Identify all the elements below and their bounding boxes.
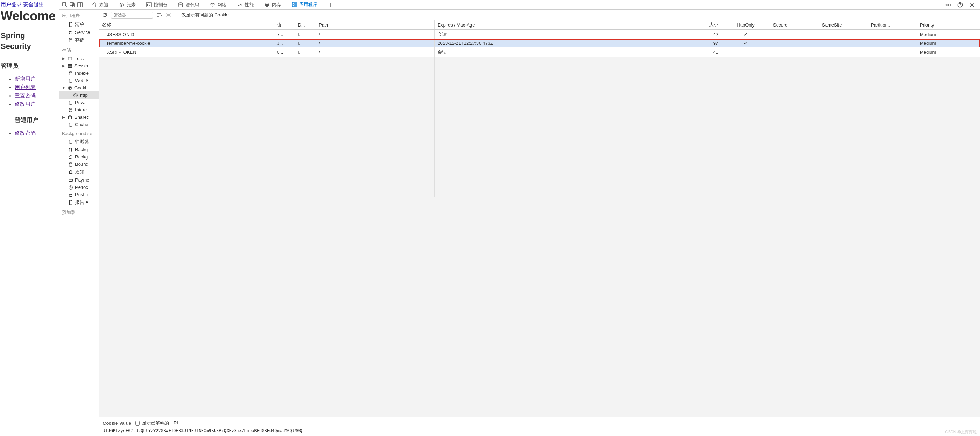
device-icon[interactable] [70, 2, 75, 8]
login-link[interactable]: 用户登录 [1, 2, 22, 7]
sources-icon [178, 2, 183, 8]
sidebar-backforward-cache[interactable]: 往返缆 [59, 138, 99, 146]
tab-sources[interactable]: 源代码 [173, 0, 204, 10]
link-reset-pw[interactable]: 重置密码 [15, 92, 36, 98]
sidebar-websql[interactable]: Web S [59, 77, 99, 84]
link-change-pw[interactable]: 修改密码 [15, 130, 36, 136]
tab-elements[interactable]: 元素 [114, 0, 140, 10]
section-storage: 存储 [59, 44, 99, 55]
link-edit-user[interactable]: 修改用户 [15, 101, 36, 107]
wifi-icon [210, 2, 215, 8]
col-priority[interactable]: Priority [917, 20, 980, 30]
col-path[interactable]: Path [316, 20, 435, 30]
app-title: SpringSecurity [1, 30, 59, 52]
svg-point-39 [69, 140, 72, 141]
link-user-list[interactable]: 用户列表 [15, 84, 36, 90]
cookies-table[interactable]: 名称 值 D... Path Expires / Max-Age 大小 Http… [99, 20, 980, 197]
svg-point-36 [69, 108, 72, 109]
col-size[interactable]: 大小 [673, 20, 721, 30]
svg-point-6 [178, 3, 183, 4]
svg-rect-3 [78, 3, 83, 7]
tab-console[interactable]: 控制台 [141, 0, 172, 10]
clear-all-icon[interactable] [157, 12, 162, 18]
tab-memory[interactable]: 内存 [259, 0, 286, 10]
sidebar-notifications[interactable]: 通知 [59, 168, 99, 176]
more-icon[interactable] [945, 2, 951, 8]
svg-point-27 [69, 79, 72, 80]
col-partition[interactable]: Partition... [868, 20, 917, 30]
filter-input[interactable] [111, 11, 153, 19]
devtools-panel: 欢迎 元素 控制台 源代码 网络 性能 内存 应用程序 应用程序 清单 Serv… [59, 0, 980, 436]
svg-point-29 [69, 87, 70, 87]
svg-point-16 [950, 4, 951, 5]
svg-point-40 [69, 162, 72, 164]
table-row[interactable]: remember-me-cookieJ...l.../2023-12-21T12… [99, 39, 980, 48]
sidebar-bg-sync[interactable]: Backg [59, 153, 99, 160]
refresh-icon[interactable] [102, 12, 108, 18]
svg-rect-11 [294, 3, 296, 4]
watermark: CSDN @是辉辉啦 [945, 430, 977, 434]
section-preload: 预加载 [59, 207, 99, 217]
dock-icon[interactable] [77, 2, 83, 8]
help-icon[interactable] [957, 2, 963, 8]
col-httponly[interactable]: HttpOnly [721, 20, 770, 30]
console-icon [146, 2, 152, 8]
sidebar-indexeddb[interactable]: Indexe [59, 70, 99, 77]
svg-point-15 [948, 4, 948, 5]
table-row[interactable]: XSRF-TOKEN8...l.../会话46Medium [99, 48, 980, 57]
tab-application[interactable]: 应用程序 [286, 0, 322, 10]
section-background: Background se [59, 128, 99, 138]
sidebar-local-storage[interactable]: ▶Local [59, 55, 99, 62]
show-issues-checkbox[interactable]: 仅显示有问题的 Cookie [175, 12, 229, 18]
tab-network[interactable]: 网络 [205, 0, 231, 10]
admin-links: 新增用户 用户列表 重置密码 修改用户 [1, 75, 59, 108]
sidebar-session-storage[interactable]: ▶Sessio [59, 62, 99, 70]
sidebar-bounce-tracking[interactable]: Bounc [59, 160, 99, 168]
col-name[interactable]: 名称 [99, 20, 274, 30]
svg-point-8 [266, 4, 268, 6]
svg-rect-20 [68, 57, 72, 60]
tab-welcome[interactable]: 欢迎 [87, 0, 113, 10]
sidebar-reporting-api[interactable]: 报告 A [59, 198, 99, 207]
svg-rect-13 [294, 5, 296, 6]
sidebar-interest-groups[interactable]: Intere [59, 106, 99, 113]
sidebar-periodic-sync[interactable]: Perioc [59, 184, 99, 191]
table-header-row: 名称 值 D... Path Expires / Max-Age 大小 Http… [99, 20, 980, 30]
link-add-user[interactable]: 新增用户 [15, 76, 36, 82]
sidebar-payment-handler[interactable]: Payme [59, 176, 99, 184]
table-row[interactable]: JSESSIONID7...l.../会话42✓Medium [99, 30, 980, 39]
memory-icon [264, 2, 270, 8]
col-samesite[interactable]: SameSite [819, 20, 868, 30]
sidebar-cookie-origin[interactable]: http [59, 92, 99, 99]
inspect-icon[interactable] [62, 2, 67, 8]
cookie-value-label: Cookie Value [103, 421, 131, 426]
sidebar-service-workers[interactable]: Service [59, 29, 99, 36]
cookie-value-text: JTJGR1ZycE02cDlQblYzY2V0RWFTOHR3JTNEJTNE… [103, 428, 977, 433]
app-icon [291, 2, 297, 7]
tab-add[interactable] [323, 0, 338, 10]
sidebar-shared-storage[interactable]: ▶Sharec [59, 113, 99, 121]
sidebar-cookies[interactable]: ▼Cooki [59, 84, 99, 92]
sidebar-cache-storage[interactable]: Cache [59, 121, 99, 128]
home-icon [92, 2, 97, 8]
sidebar-bg-fetch[interactable]: Backg [59, 146, 99, 153]
svg-point-28 [68, 86, 72, 90]
cookie-toolbar: 仅显示有问题的 Cookie [99, 10, 980, 20]
sidebar-manifest[interactable]: 清单 [59, 20, 99, 29]
svg-point-32 [74, 93, 78, 97]
show-decoded-checkbox[interactable]: 显示已解码的 URL [135, 420, 180, 426]
sidebar-storage-overview[interactable]: 存储 [59, 36, 99, 44]
logout-link[interactable]: 安全退出 [23, 2, 44, 7]
col-expires[interactable]: Expires / Max-Age [435, 20, 673, 30]
sidebar-private-state[interactable]: Privat [59, 99, 99, 106]
tab-performance[interactable]: 性能 [232, 0, 259, 10]
close-devtools-icon[interactable] [969, 2, 975, 8]
svg-point-7 [265, 3, 269, 6]
svg-point-38 [69, 122, 72, 124]
sidebar-push-messaging[interactable]: Push i [59, 191, 99, 198]
clear-icon[interactable] [165, 12, 171, 18]
col-secure[interactable]: Secure [770, 20, 819, 30]
col-value[interactable]: 值 [274, 20, 295, 30]
col-domain[interactable]: D... [295, 20, 316, 30]
application-sidebar[interactable]: 应用程序 清单 Service 存储 存储 ▶Local ▶Sessio Ind… [59, 10, 99, 436]
